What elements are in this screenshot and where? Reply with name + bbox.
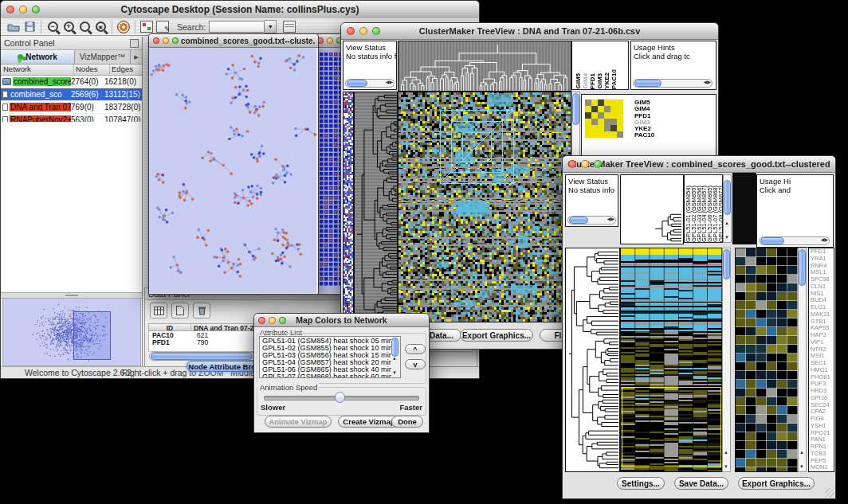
tv1-zoom-heatmap[interactable] xyxy=(585,100,623,138)
search-input[interactable] xyxy=(209,21,265,33)
close-button[interactable] xyxy=(347,27,355,35)
tv1-zoom-cell[interactable] xyxy=(598,125,604,131)
col-header-network[interactable]: Network xyxy=(1,64,74,75)
tv1-zoom-cell[interactable] xyxy=(610,112,617,119)
resize-grip[interactable] xyxy=(825,488,834,498)
tv1-export-graphics-button[interactable]: Export Graphics... xyxy=(460,329,533,342)
tv1-zoom-cell[interactable] xyxy=(617,119,623,125)
tv1-zoom-cell[interactable] xyxy=(604,100,610,106)
tab-vizmapper[interactable]: VizMapper™ xyxy=(75,50,131,64)
treeview1-titlebar[interactable]: ClusterMaker TreeView : DNA and Tran 07-… xyxy=(341,23,718,40)
network-table-row[interactable]: combined_scores 2764(0) 16218(0) xyxy=(1,76,142,88)
tv1-zoom-cell[interactable] xyxy=(604,125,610,131)
tv1-zoom-cell[interactable] xyxy=(604,112,610,119)
tv1-global-pixel-strip[interactable] xyxy=(343,92,354,322)
done-button[interactable]: Done xyxy=(391,416,423,428)
treeview2-titlebar[interactable]: ClusterMaker TreeView : combined_scores_… xyxy=(563,156,835,173)
zoom-button[interactable] xyxy=(32,6,40,14)
minimize-button[interactable] xyxy=(163,37,169,44)
tv2-save-data-button[interactable]: Save Data... xyxy=(674,477,728,490)
close-button[interactable] xyxy=(153,37,159,44)
tv1-zoom-gene-label[interactable]: PAC10 xyxy=(634,132,654,139)
tab-overflow-arrow[interactable]: ▶ xyxy=(131,50,142,64)
zoom-out-icon[interactable]: − xyxy=(45,20,61,34)
tv1-hints-hscrollbar[interactable]: ◀▶ xyxy=(633,79,713,88)
tv2-row-dendrogram[interactable] xyxy=(565,248,620,472)
tv1-column-label[interactable]: PFD1 xyxy=(589,73,596,89)
tv1-zoom-cell[interactable] xyxy=(610,100,617,106)
tv2-gene-label[interactable]: MON2 xyxy=(811,464,834,471)
tv1-zoom-cell[interactable] xyxy=(617,106,623,112)
network-window-titlebar[interactable]: combined_scores_good.txt--cluste... xyxy=(149,34,318,48)
attribute-list-vscrollbar[interactable]: ▲▼ xyxy=(391,337,400,377)
tv1-zoom-cell[interactable] xyxy=(598,106,604,112)
network-list-empty-area[interactable] xyxy=(1,122,142,294)
col-header-nodes[interactable]: Nodes xyxy=(74,64,110,75)
tv1-zoom-cell[interactable] xyxy=(585,119,591,125)
tv1-zoom-cell[interactable] xyxy=(591,106,598,112)
tv1-status-hscrollbar[interactable]: ◀▶ xyxy=(345,79,395,88)
tv2-heatmap[interactable] xyxy=(620,248,723,472)
animate-vizmap-button[interactable]: Animate Vizmap xyxy=(265,416,332,428)
tv1-zoom-cell[interactable] xyxy=(598,119,604,125)
minimize-button[interactable] xyxy=(359,27,367,35)
tv1-column-label[interactable]: PAC10 xyxy=(610,69,618,89)
tv2-labels-vscrollbar[interactable]: ▲▼ xyxy=(723,174,732,243)
tv1-zoom-cell[interactable] xyxy=(591,125,598,131)
tv1-zoom-cell[interactable] xyxy=(591,119,598,125)
slider-thumb[interactable] xyxy=(335,392,345,403)
network-table-row[interactable]: DNA and Tran 07 769(0) 183728(0) xyxy=(1,101,142,114)
network-table-row[interactable]: combined_sco 2569(6) 13112(15) xyxy=(1,88,142,101)
tv1-column-label[interactable]: GIM3 xyxy=(596,73,603,89)
tv1-column-label[interactable]: YKE2 xyxy=(603,72,610,89)
delete-attribute-icon[interactable] xyxy=(193,303,210,318)
vizmapper-icon[interactable] xyxy=(139,20,155,34)
col-header-edges[interactable]: Edges xyxy=(110,64,133,75)
tv1-zoom-cell[interactable] xyxy=(585,100,591,106)
tv1-zoom-cell[interactable] xyxy=(610,131,617,138)
tv1-zoom-cell[interactable] xyxy=(591,131,598,138)
tv1-zoom-cell[interactable] xyxy=(617,131,623,138)
minimize-button[interactable] xyxy=(581,160,589,168)
zoom-selected-icon[interactable]: ▣ xyxy=(92,20,108,34)
tv1-zoom-cell[interactable] xyxy=(604,119,610,125)
tv1-zoom-cell[interactable] xyxy=(585,112,591,119)
close-button[interactable] xyxy=(6,6,14,14)
data-col-id[interactable]: ID xyxy=(149,324,191,330)
zoom-button[interactable] xyxy=(279,317,286,324)
help-lifering-icon[interactable] xyxy=(116,20,132,34)
minimize-button[interactable] xyxy=(327,37,333,44)
table-mode-icon[interactable] xyxy=(150,303,167,318)
tv1-zoom-cell[interactable] xyxy=(598,100,604,106)
tv1-zoom-cell[interactable] xyxy=(617,125,623,131)
zoom-button[interactable] xyxy=(594,160,602,168)
network-canvas[interactable] xyxy=(149,48,316,293)
open-file-icon[interactable] xyxy=(6,20,22,34)
tv2-heatmap-vscrollbar[interactable]: ▲▼ xyxy=(722,248,731,472)
search-dropdown-arrow[interactable]: ▼ xyxy=(265,20,277,33)
tv1-zoom-cell[interactable] xyxy=(617,100,623,106)
tv1-zoom-cell[interactable] xyxy=(598,131,604,138)
tv1-zoom-cell[interactable] xyxy=(585,131,591,138)
tv1-zoom-cell[interactable] xyxy=(604,106,610,112)
tv1-row-dendrogram[interactable] xyxy=(354,92,398,322)
tv1-zoom-cell[interactable] xyxy=(591,112,598,119)
tv2-export-graphics-button[interactable]: Export Graphics... xyxy=(738,477,815,490)
tv1-column-dendrogram[interactable] xyxy=(398,41,571,92)
tv1-column-label[interactable]: GIM5 xyxy=(575,73,582,89)
main-titlebar[interactable]: Cytoscape Desktop (Session Name: collins… xyxy=(1,1,479,19)
move-up-button[interactable]: ^ xyxy=(405,344,426,354)
tv1-zoom-cell[interactable] xyxy=(585,106,591,112)
attribute-list-item[interactable]: GPL51-07 (GSM868) heat shock 60 min xyxy=(262,373,400,378)
tv1-heatmap[interactable] xyxy=(398,92,571,322)
tv1-zoom-cell[interactable] xyxy=(604,131,610,138)
minimize-button[interactable] xyxy=(269,317,276,324)
zoom-button[interactable] xyxy=(372,27,380,35)
tv2-settings-button[interactable]: Settings... xyxy=(617,477,665,490)
minimize-button[interactable] xyxy=(19,6,27,14)
tv2-zoom-heatmap[interactable] xyxy=(735,248,799,472)
annotation-icon[interactable]: ✎ xyxy=(155,20,171,34)
close-button[interactable] xyxy=(258,317,265,324)
tv2-status-hscrollbar[interactable]: ◀▶ xyxy=(567,216,616,225)
tv1-zoom-cell[interactable] xyxy=(610,106,617,112)
